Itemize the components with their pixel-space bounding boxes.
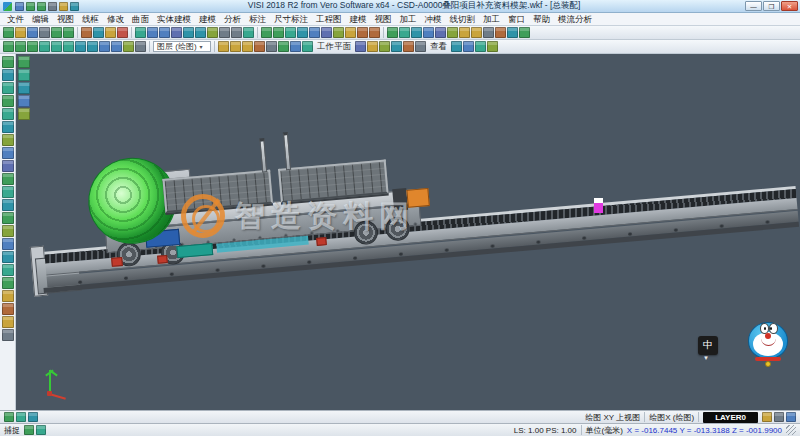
transparency[interactable] (391, 41, 402, 52)
dimension[interactable] (471, 27, 482, 38)
assembly-tree[interactable] (18, 56, 30, 68)
polygon[interactable] (321, 27, 332, 38)
point-tool[interactable] (2, 82, 14, 94)
qat-new[interactable] (59, 2, 68, 11)
solid-tool[interactable] (2, 160, 14, 172)
fillet-tool[interactable] (2, 212, 14, 224)
delete[interactable] (117, 27, 128, 38)
render-mode[interactable] (355, 41, 366, 52)
snap-label[interactable]: 捕捉 (4, 425, 20, 436)
qat-undo[interactable] (26, 2, 35, 11)
rotate[interactable] (435, 27, 446, 38)
menu-item[interactable]: 编辑 (28, 13, 53, 26)
pick-filter[interactable] (36, 425, 46, 435)
mirror-tool[interactable] (2, 251, 14, 263)
active-view-label[interactable]: 绘图 XY 上视图 (585, 412, 640, 423)
line[interactable] (273, 27, 284, 38)
menu-item[interactable]: 加工 (479, 13, 504, 26)
text-note[interactable] (483, 27, 494, 38)
snap-midpoint[interactable] (28, 412, 38, 422)
menu-item[interactable]: 线框 (78, 13, 103, 26)
surface-tool[interactable] (2, 147, 14, 159)
extrude-tool[interactable] (2, 186, 14, 198)
layers-panel[interactable] (2, 69, 14, 81)
active-layer-chip[interactable]: LAYER0 (703, 412, 758, 423)
view-lock[interactable] (774, 412, 784, 422)
menu-item[interactable]: 尺寸标注 (270, 13, 312, 26)
info[interactable] (786, 412, 796, 422)
section-view[interactable] (495, 27, 506, 38)
layer-dropdown[interactable]: 图层 (绘图) ▾ (153, 41, 211, 52)
menu-item[interactable]: 修改 (103, 13, 128, 26)
zoom-previous[interactable] (171, 27, 182, 38)
close-button[interactable]: ✕ (781, 1, 798, 11)
snap-endpoint[interactable] (16, 412, 26, 422)
view-right[interactable] (87, 41, 98, 52)
arc[interactable] (285, 27, 296, 38)
zoom-fit[interactable] (159, 27, 170, 38)
view-front[interactable] (15, 41, 26, 52)
wireframe-view[interactable] (219, 27, 230, 38)
minimize-button[interactable]: — (745, 1, 762, 11)
rotate-view[interactable] (195, 27, 206, 38)
snap-grid[interactable] (4, 412, 14, 422)
menu-item[interactable]: 实体建模 (153, 13, 195, 26)
move[interactable] (423, 27, 434, 38)
notes-panel[interactable] (18, 108, 30, 120)
redo[interactable] (63, 27, 74, 38)
hidden-line-view[interactable] (231, 27, 242, 38)
menu-item[interactable]: 加工 (396, 13, 421, 26)
paste[interactable] (105, 27, 116, 38)
trim[interactable] (357, 27, 368, 38)
zoom-out[interactable] (111, 41, 122, 52)
menu-item[interactable]: 视图 (371, 13, 396, 26)
grid-toggle[interactable] (266, 41, 277, 52)
menu-item[interactable]: 工程图 (312, 13, 346, 26)
line-tool[interactable] (2, 95, 14, 107)
rectangle[interactable] (309, 27, 320, 38)
workplane-xz[interactable] (230, 41, 241, 52)
chamfer-tool[interactable] (2, 225, 14, 237)
screenshot[interactable] (415, 41, 426, 52)
clip-plane[interactable] (403, 41, 414, 52)
qat-help[interactable] (70, 2, 79, 11)
print[interactable] (39, 27, 50, 38)
dynamic-pan[interactable] (463, 41, 474, 52)
open-file[interactable] (15, 27, 26, 38)
qat-redo[interactable] (37, 2, 46, 11)
zoom-in[interactable] (99, 41, 110, 52)
shaded-view[interactable] (207, 27, 218, 38)
select-mode[interactable] (24, 425, 34, 435)
construction-plane-label[interactable]: 绘图X (绘图) (649, 412, 694, 423)
menu-item[interactable]: 文件 (3, 13, 28, 26)
view-iso[interactable] (39, 41, 50, 52)
menu-item[interactable]: 帮助 (529, 13, 554, 26)
curve-tool[interactable] (2, 134, 14, 146)
doraemon-sticker[interactable] (744, 322, 790, 370)
menu-item[interactable]: 模流分析 (554, 13, 596, 26)
maximize-button[interactable]: ❐ (763, 1, 780, 11)
light-settings[interactable] (367, 41, 378, 52)
view-normal[interactable] (487, 41, 498, 52)
view-back[interactable] (51, 41, 62, 52)
analysis-tool[interactable] (2, 303, 14, 315)
menu-item[interactable]: 窗口 (504, 13, 529, 26)
properties-panel[interactable] (18, 95, 30, 107)
save[interactable] (27, 27, 38, 38)
refresh-view[interactable] (123, 41, 134, 52)
settings-tool[interactable] (2, 329, 14, 341)
workplane-custom[interactable] (254, 41, 265, 52)
workplane[interactable] (507, 27, 518, 38)
revolve-tool[interactable] (2, 199, 14, 211)
view-bottom[interactable] (63, 41, 74, 52)
new-file[interactable] (3, 27, 14, 38)
qat-print[interactable] (48, 2, 57, 11)
view-top[interactable] (3, 41, 14, 52)
resize-grip[interactable] (786, 425, 796, 435)
measure-tool[interactable] (2, 290, 14, 302)
menu-item[interactable]: 视图 (53, 13, 78, 26)
copy[interactable] (93, 27, 104, 38)
mirror[interactable] (411, 27, 422, 38)
select[interactable] (135, 27, 146, 38)
ime-language-chip[interactable]: 中 (698, 336, 718, 355)
